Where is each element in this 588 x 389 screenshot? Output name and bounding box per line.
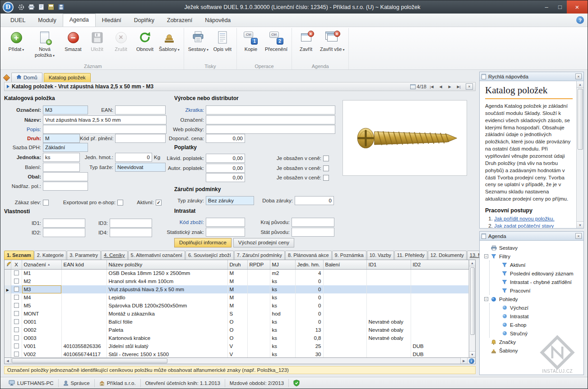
vertical-scrollbar[interactable]: ▲ ▼ xyxy=(469,260,475,357)
tab-2-kategorie[interactable]: 2. Kategorie xyxy=(34,251,66,260)
nazev-input[interactable]: Vrut zápustná hlava 2,5 x 50 mm xyxy=(43,115,167,124)
tree-item-strucny[interactable]: Stručný xyxy=(492,329,582,338)
tab-7-zarucni-podminky[interactable]: 7. Záruční podmínky xyxy=(234,251,285,260)
help-scroll-thumb[interactable] xyxy=(578,89,583,150)
qat-print-icon[interactable] xyxy=(27,3,35,11)
obsazen-v-cene-checkbox-1[interactable] xyxy=(323,156,329,161)
vyrobce-oznaceni-input[interactable] xyxy=(206,115,335,124)
tree-item-vychozi[interactable]: Výchozí xyxy=(492,303,582,312)
zavrit-button[interactable]: ×Zavřít xyxy=(294,28,318,53)
table-row-m4[interactable]: M4LepidloMks0 xyxy=(5,293,469,302)
row-checkbox[interactable] xyxy=(14,327,19,332)
zkratka-input[interactable] xyxy=(206,105,335,114)
table-row-m3[interactable]: ▶M3Vrut zápustná hlava 2,5 x 50 mmMks0 xyxy=(5,285,469,293)
tab-3-parametry[interactable]: 3. Parametry xyxy=(67,251,101,260)
close-button[interactable]: × xyxy=(567,0,588,14)
row-checkbox[interactable] xyxy=(14,287,19,292)
scroll-down-icon[interactable]: ▼ xyxy=(469,351,475,357)
row-select-cell[interactable] xyxy=(11,318,22,326)
column-header-nazev-polozky[interactable]: Název položky xyxy=(106,260,227,269)
horizontal-scrollbar[interactable]: ◀ ▶ i xyxy=(4,358,476,364)
menu-hledani[interactable]: Hledání xyxy=(96,14,128,27)
id3-input[interactable] xyxy=(110,219,152,228)
jedn-hmot-input[interactable]: 0 xyxy=(115,153,152,162)
column-header-ean-kod[interactable]: EAN kód xyxy=(61,260,106,269)
nadraz-pol-input[interactable] xyxy=(43,182,88,191)
doplnujici-informace-button[interactable]: Doplňující informace xyxy=(174,238,231,247)
ulozit-button[interactable]: Uložit xyxy=(85,28,109,53)
tab-6-souvisejici-zbozi[interactable]: 6. Související zboží xyxy=(185,251,234,260)
help-close-icon[interactable]: × xyxy=(575,73,582,79)
table-row-m2[interactable]: M2Hranol smrk 4x4 mm 100cmMks0 xyxy=(5,277,469,285)
tab-11-prehledy[interactable]: 11. Přehledy xyxy=(394,251,427,260)
row-checkbox[interactable] xyxy=(14,319,19,324)
menu-napoveda[interactable]: Nápověda xyxy=(199,14,237,27)
table-row-o001[interactable]: O001Balící fólieOks0Nevratné obaly xyxy=(5,318,469,326)
column-header-jedn-hm[interactable]: Jedn. hm. xyxy=(295,260,323,269)
scroll-left-icon[interactable]: ◀ xyxy=(5,358,11,364)
collapse-icon[interactable]: − xyxy=(484,254,488,258)
druh-input[interactable]: M xyxy=(43,134,80,143)
menu-zobrazeni[interactable]: Zobrazení xyxy=(161,14,199,27)
tree-item-pracovni[interactable]: Pracovní xyxy=(492,286,582,295)
opis-vet-button[interactable]: Opis vět xyxy=(211,28,234,53)
preceneni-button[interactable]: Ctrl2Přecenění xyxy=(263,28,289,53)
row-checkbox[interactable] xyxy=(14,303,19,308)
id4-input[interactable] xyxy=(110,228,152,237)
table-row-o002[interactable]: O002PaletaOks13Nevratné obaly xyxy=(5,326,469,334)
obsazen-v-cene-checkbox-2[interactable] xyxy=(323,165,329,171)
tree-item-posledni-editovany-zaznam[interactable]: Poslední editovaný záznam xyxy=(492,269,582,278)
kod-pr-plneni-input[interactable] xyxy=(115,134,166,143)
row-checkbox[interactable] xyxy=(14,311,19,316)
tree-item-filtry[interactable]: −Filtry xyxy=(482,252,582,261)
kraj-puvodu-input[interactable] xyxy=(292,218,334,227)
row-select-cell[interactable] xyxy=(11,334,22,342)
row-select-cell[interactable] xyxy=(11,293,22,302)
stat-znak-input[interactable] xyxy=(206,228,245,237)
row-select-cell[interactable] xyxy=(11,277,22,285)
help-icon[interactable]: ? xyxy=(576,16,584,24)
web-polozky-input[interactable] xyxy=(206,125,335,134)
column-header-rpdp[interactable]: RPDP xyxy=(247,260,270,269)
autor-poplatek-input[interactable]: 0,00 xyxy=(206,164,245,173)
vertical-scroll-thumb[interactable] xyxy=(470,267,475,335)
first-record-button[interactable]: |◀ xyxy=(428,83,435,90)
record-close-button[interactable]: × xyxy=(466,83,473,90)
sazba-dph-input[interactable]: Základní xyxy=(43,143,88,152)
qat-save-icon[interactable] xyxy=(57,3,65,11)
tree-item-sablony[interactable]: Šablony xyxy=(482,346,582,355)
help-scroll-down-icon[interactable]: ▼ xyxy=(577,221,583,228)
obnovit-button[interactable]: Obnovit xyxy=(133,28,157,53)
typ-zaruky-input[interactable]: Bez záruky xyxy=(206,196,254,205)
row-checkbox[interactable] xyxy=(14,270,19,275)
vychozi-prodejni-ceny-button[interactable]: Výchozí prodejní ceny xyxy=(233,238,294,247)
row-checkbox[interactable] xyxy=(14,279,19,284)
row-checkbox[interactable] xyxy=(14,343,19,348)
row-select-cell[interactable] xyxy=(11,285,22,293)
horizontal-scroll-thumb[interactable] xyxy=(12,358,167,363)
row-select-cell[interactable] xyxy=(11,326,22,334)
sablony-button[interactable]: Šablony▾ xyxy=(157,28,181,53)
previous-record-button[interactable]: ◀ xyxy=(437,83,444,90)
tab-5-alternativni-oznaceni[interactable]: 5. Alternativní označení xyxy=(128,251,185,260)
popis-input[interactable] xyxy=(43,125,167,134)
baleni-input[interactable] xyxy=(43,163,80,172)
row-select-cell[interactable] xyxy=(11,350,22,358)
info-icon[interactable]: i xyxy=(469,358,474,364)
tree-item-sestavy[interactable]: Sestavy xyxy=(482,243,582,252)
workflow-link[interactable]: Jak pořídit novou položku. xyxy=(494,216,555,221)
kopie-button[interactable]: Ctrl1Kopie xyxy=(239,28,263,53)
app-logo-icon[interactable]: D xyxy=(3,2,14,13)
row-select-cell[interactable] xyxy=(11,302,22,310)
table-row-m5[interactable]: M5Spárovka DUB 1200x2500x50mmMks0 xyxy=(5,302,469,310)
menu-agenda[interactable]: Agenda xyxy=(63,14,96,27)
last-record-button[interactable]: ▶| xyxy=(455,83,463,90)
menu-duel[interactable]: DUEL xyxy=(4,14,32,27)
help-scroll-up-icon[interactable]: ▲ xyxy=(577,81,583,88)
tab-9-poznamka[interactable]: 9. Poznámka xyxy=(332,251,366,260)
table-row-o003[interactable]: O003Kartonová krabiceOks0,8Nevratné obal… xyxy=(5,334,469,342)
doc-tab-katalog-polozek[interactable]: Katalog položek xyxy=(44,73,91,82)
treti-poplatek-input[interactable]: 0,00 xyxy=(206,173,245,182)
obsazen-v-cene-checkbox-3[interactable] xyxy=(323,175,329,181)
minimize-button[interactable]: – xyxy=(540,0,553,14)
